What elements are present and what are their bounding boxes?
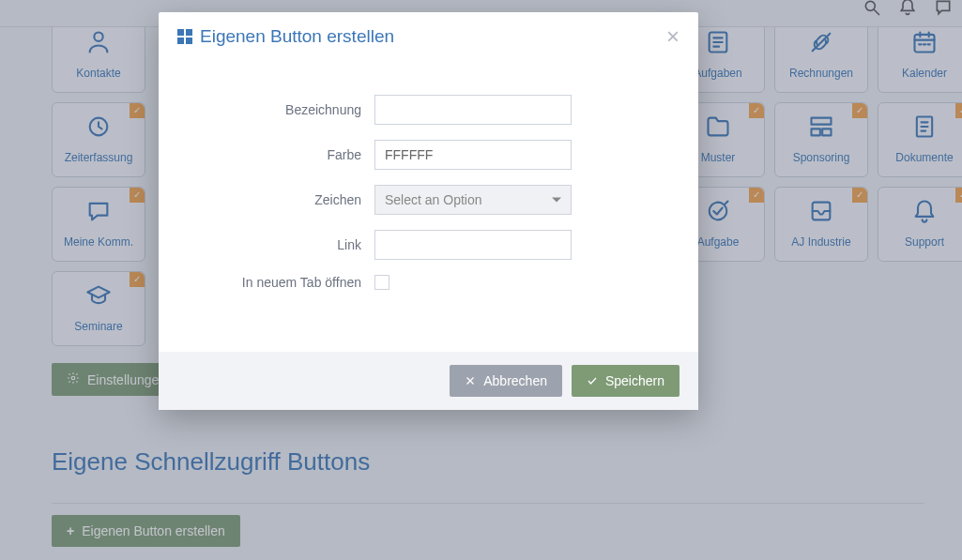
label-bezeichnung: Bezeichnung xyxy=(187,102,374,117)
input-bezeichnung[interactable] xyxy=(374,95,572,125)
grid-icon xyxy=(177,29,192,44)
field-row-icon: Zeichen Select an Option xyxy=(187,185,670,215)
field-row-label: Bezeichnung xyxy=(187,95,670,125)
close-icon[interactable]: × xyxy=(666,25,680,48)
field-row-link: Link xyxy=(187,230,670,260)
modal-footer: Abbrechen Speichern xyxy=(159,352,698,410)
field-row-newtab: In neuem Tab öffnen xyxy=(187,275,670,290)
label-link: Link xyxy=(187,237,374,252)
save-button[interactable]: Speichern xyxy=(572,365,680,397)
save-button-label: Speichern xyxy=(605,373,664,388)
modal-title-text: Eigenen Button erstellen xyxy=(200,26,394,47)
modal-title: Eigenen Button erstellen xyxy=(177,26,394,47)
field-row-color: Farbe xyxy=(187,140,670,170)
checkbox-newtab[interactable] xyxy=(374,275,389,290)
select-zeichen-placeholder: Select an Option xyxy=(385,192,482,207)
label-newtab: In neuem Tab öffnen xyxy=(187,275,374,290)
select-zeichen[interactable]: Select an Option xyxy=(374,185,572,215)
input-link[interactable] xyxy=(374,230,572,260)
cancel-button-label: Abbrechen xyxy=(483,373,547,388)
x-icon xyxy=(465,375,476,386)
input-farbe[interactable] xyxy=(374,140,572,170)
check-icon xyxy=(587,375,598,386)
cancel-button[interactable]: Abbrechen xyxy=(450,365,562,397)
label-farbe: Farbe xyxy=(187,147,374,162)
create-button-modal: Eigenen Button erstellen × Bezeichnung F… xyxy=(159,12,698,410)
modal-body: Bezeichnung Farbe Zeichen Select an Opti… xyxy=(159,57,698,352)
label-zeichen: Zeichen xyxy=(187,192,374,207)
modal-header: Eigenen Button erstellen × xyxy=(159,12,698,57)
